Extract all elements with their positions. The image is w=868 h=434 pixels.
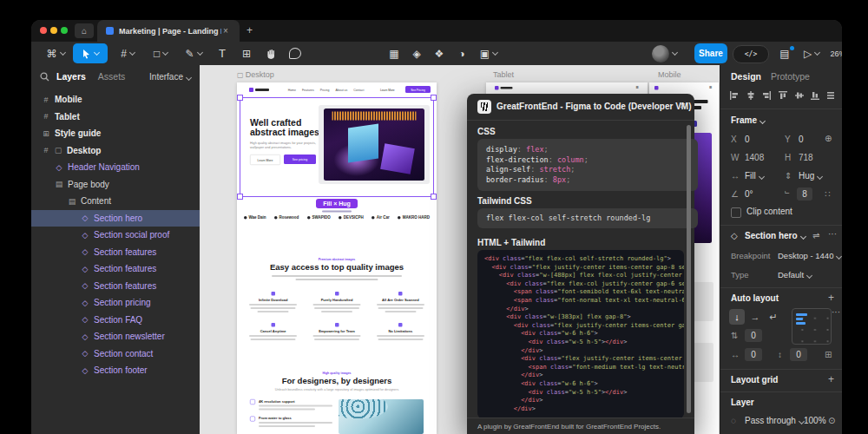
- layer-row-content[interactable]: ▤Content: [31, 193, 200, 210]
- traffic-light-close[interactable]: [40, 27, 47, 34]
- auto-layout-more-icon[interactable]: ···: [832, 307, 840, 317]
- selection-handle[interactable]: [237, 95, 243, 101]
- share-button[interactable]: Share: [694, 43, 727, 63]
- rotation-input[interactable]: 0°: [745, 189, 753, 199]
- mode-dropdown[interactable]: Interface: [149, 72, 191, 82]
- horizontal-sizing-dropdown[interactable]: Fill: [745, 171, 764, 181]
- layer-row-section-social-proof[interactable]: ◇Section social proof: [31, 227, 200, 244]
- independent-corners-icon[interactable]: ∷: [825, 189, 830, 199]
- blend-mode-dropdown[interactable]: Pass through: [745, 416, 804, 425]
- traffic-light-minimize[interactable]: [50, 27, 57, 34]
- layout-direction-horizontal[interactable]: →: [747, 309, 763, 325]
- zoom-menu[interactable]: 26%: [826, 43, 842, 63]
- alignment-grid[interactable]: [792, 308, 832, 345]
- plugin-modal-header[interactable]: GreatFrontEnd - Figma to Code (Developer…: [467, 94, 694, 121]
- more-options-icon[interactable]: ···: [828, 229, 837, 239]
- horizontal-padding-input[interactable]: 0: [745, 348, 762, 361]
- align-bottom-icon[interactable]: [810, 90, 820, 101]
- opacity-input[interactable]: 100%: [804, 416, 826, 425]
- move-tool-button[interactable]: [73, 43, 108, 63]
- swap-component-icon[interactable]: ⇌: [812, 231, 819, 240]
- library-button[interactable]: ▤: [774, 43, 795, 63]
- nav-link[interactable]: Features: [302, 89, 314, 92]
- main-menu-button[interactable]: ⌘: [42, 43, 69, 63]
- layer-row-desktop[interactable]: #▢Desktop: [31, 142, 200, 160]
- layers-view-button[interactable]: ▣: [474, 43, 503, 63]
- frame-tool-button[interactable]: #: [113, 43, 142, 63]
- avatar-menu[interactable]: [644, 43, 684, 63]
- align-right-icon[interactable]: [761, 90, 772, 101]
- selection-handle[interactable]: [237, 194, 243, 200]
- search-icon[interactable]: [40, 72, 49, 82]
- height-input[interactable]: 718: [799, 153, 813, 162]
- gap-input[interactable]: 0: [745, 329, 762, 342]
- align-horizontal-center-icon[interactable]: [746, 90, 756, 101]
- align-top-icon[interactable]: [778, 90, 788, 101]
- tab-prototype[interactable]: Prototype: [771, 71, 810, 82]
- add-auto-layout-icon[interactable]: +: [828, 292, 834, 304]
- constraints-icon[interactable]: ⊕: [825, 134, 832, 143]
- hamburger-icon[interactable]: ≡: [709, 84, 712, 89]
- width-input[interactable]: 1408: [745, 153, 764, 162]
- hamburger-icon[interactable]: ≡: [636, 84, 639, 89]
- layer-row-section-pricing[interactable]: ◇Section pricing: [31, 294, 200, 312]
- contrast-button[interactable]: ◑: [451, 43, 472, 63]
- traffic-light-zoom[interactable]: [61, 27, 68, 34]
- mobile-frame-label[interactable]: Mobile: [658, 70, 681, 79]
- dev-resources-button[interactable]: ▦: [384, 43, 404, 63]
- frame-section-label[interactable]: Frame: [731, 115, 765, 125]
- component-button[interactable]: ❖: [429, 43, 450, 63]
- layer-row-section-newsletter[interactable]: ◇Section newsletter: [31, 328, 200, 345]
- nav-link[interactable]: Contact: [353, 89, 364, 92]
- selection-handle[interactable]: [431, 194, 437, 200]
- actions-tool-button[interactable]: ⊞: [236, 43, 257, 63]
- clip-content-checkbox[interactable]: [731, 207, 741, 218]
- desktop-frame[interactable]: HomeFeaturesPricingAbout usContact Learn…: [237, 82, 437, 434]
- layer-row-section-features[interactable]: ◇Section features: [31, 244, 200, 261]
- align-vertical-center-icon[interactable]: [794, 90, 805, 101]
- tailwind-code-block[interactable]: flex flex-col self-stretch rounded-lg: [477, 208, 698, 228]
- align-left-icon[interactable]: [729, 90, 740, 101]
- close-icon[interactable]: ×: [680, 100, 686, 112]
- layer-row-section-footer[interactable]: ◇Section footer: [31, 362, 200, 379]
- tab-assets[interactable]: Assets: [98, 71, 126, 82]
- hand-tool-button[interactable]: [260, 43, 281, 63]
- layer-row-mobile[interactable]: #Mobile: [31, 91, 200, 108]
- swap-instance-button[interactable]: ◈: [406, 43, 427, 63]
- layer-row-section-faq[interactable]: ◇Section FAQ: [31, 312, 200, 329]
- independent-padding-icon[interactable]: ⊞: [825, 350, 832, 359]
- new-tab-button[interactable]: +: [247, 24, 253, 36]
- present-button[interactable]: ▷: [799, 43, 825, 63]
- layout-direction-vertical[interactable]: ↓: [729, 309, 745, 325]
- type-dropdown[interactable]: Default: [778, 270, 812, 279]
- nav-link[interactable]: About us: [335, 89, 347, 92]
- tablet-frame-label[interactable]: Tablet: [493, 70, 514, 79]
- html-code-block[interactable]: <div class="flex flex-col self-stretch r…: [477, 250, 684, 418]
- x-input[interactable]: 0: [745, 135, 750, 144]
- corner-radius-input[interactable]: 8: [797, 187, 812, 201]
- modal-scrollbar[interactable]: [687, 125, 691, 413]
- dev-mode-toggle[interactable]: </>: [733, 45, 769, 63]
- tab-design[interactable]: Design: [731, 71, 761, 82]
- pen-tool-button[interactable]: ✎: [179, 43, 208, 63]
- add-layout-grid-icon[interactable]: +: [828, 373, 834, 385]
- canvas[interactable]: ▢ Desktop HomeFeaturesPricingAbout usCon…: [200, 65, 720, 434]
- layer-row-tablet[interactable]: #Tablet: [31, 108, 200, 126]
- layout-wrap[interactable]: ↵: [766, 309, 781, 325]
- layer-row-section-hero[interactable]: ◇Section hero: [31, 210, 200, 227]
- nav-link[interactable]: Home: [288, 89, 296, 92]
- nav-secondary-button[interactable]: Learn More: [380, 89, 395, 92]
- component-name-dropdown[interactable]: Section hero: [745, 231, 806, 240]
- layer-row-header-navigation[interactable]: ◇Header Navigation: [31, 159, 200, 176]
- tab-layers[interactable]: Layers: [56, 71, 86, 82]
- layer-row-style-guide[interactable]: ⊞Style guide: [31, 125, 200, 142]
- layer-row-page-body[interactable]: ▤Page body: [31, 176, 200, 194]
- text-tool-button[interactable]: T: [212, 43, 233, 63]
- layer-row-section-features[interactable]: ◇Section features: [31, 260, 200, 278]
- nav-link[interactable]: Pricing: [320, 89, 330, 92]
- layer-row-section-features[interactable]: ◇Section features: [31, 278, 200, 295]
- breakpoint-dropdown[interactable]: Desktop - 1440: [778, 251, 841, 260]
- vertical-padding-input[interactable]: 0: [790, 348, 807, 361]
- shape-tool-button[interactable]: □: [146, 43, 175, 63]
- vertical-sizing-dropdown[interactable]: Hug: [799, 171, 822, 181]
